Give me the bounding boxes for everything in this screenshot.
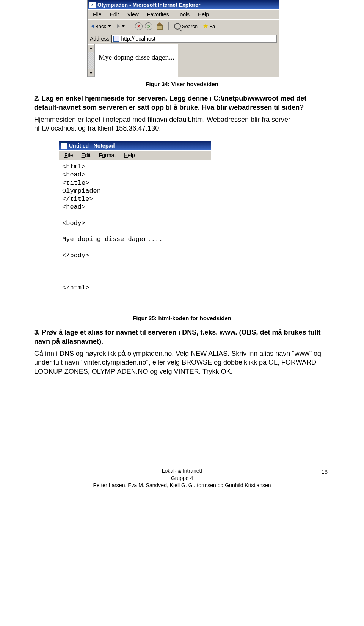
np-menu-help[interactable]: Help [120,151,139,159]
menu-tools[interactable]: Tools [173,11,193,18]
question-3-heading: 3. Prøv å lage et alias for navnet til s… [34,329,321,345]
answer-3: Gå inn i DNS og høyreklikk på olympiaden… [34,349,330,376]
figure-35-caption: Figur 35: html-koden for hovedsiden [34,315,330,321]
footer-line1: Lokal- & Intranett [34,467,330,475]
figure-34-caption: Figur 34: Viser hovedsiden [34,81,330,87]
ie-vertical-scrollbar[interactable] [88,44,95,77]
back-label: Back [95,24,106,29]
search-label: Search [182,24,198,29]
ie-toolbar: Back ✕ ⟳ Search ★ Fa [88,19,279,33]
notepad-window-screenshot: Untitled - Notepad File Edit Format Help… [59,141,211,311]
favorites-label: Fa [209,24,215,29]
page-icon [113,36,119,42]
address-field[interactable]: http://localhost [111,35,277,43]
search-icon [174,23,181,30]
menu-edit[interactable]: Edit [106,11,123,18]
page-body-text: Mye doping disse dager.... [99,53,174,61]
ie-titlebar: e Olympiaden - Microsoft Internet Explor… [88,0,279,9]
notepad-logo-icon [61,142,67,149]
back-button[interactable]: Back [90,23,113,30]
question-3: 3. Prøv å lage et alias for navnet til s… [34,328,330,346]
menu-view[interactable]: View [124,11,143,18]
question-2-heading: 2. Lag en enkel hjemmeside for serveren.… [34,94,306,111]
home-icon [156,23,163,29]
separator [131,22,131,30]
ie-page-content: Mye doping disse dager.... [95,44,178,77]
favorites-button[interactable]: ★ Fa [201,22,217,30]
np-menu-format[interactable]: Format [95,151,119,159]
question-2: 2. Lag en enkel hjemmeside for serveren.… [34,94,330,112]
address-label: Address [90,36,109,42]
dropdown-icon [122,25,125,27]
ie-window-screenshot: e Olympiaden - Microsoft Internet Explor… [87,0,279,77]
menu-favorites[interactable]: Favorites [143,11,173,18]
scroll-down-button[interactable] [88,69,94,77]
separator [168,22,169,30]
refresh-button[interactable]: ⟳ [145,22,152,30]
home-button[interactable] [155,22,165,30]
dropdown-icon [108,25,111,27]
notepad-title: Untitled - Notepad [69,143,115,149]
search-button[interactable]: Search [173,22,199,30]
answer-2: Hjemmesiden er laget i notepad med filna… [34,115,330,134]
notepad-content[interactable]: <html> <head> <title> Olympiaden </title… [59,160,211,311]
arrow-left-icon [91,24,94,28]
address-value: http://localhost [121,36,155,42]
ie-logo-icon: e [89,2,96,8]
menu-file[interactable]: File [89,11,105,18]
ie-menubar: File Edit View Favorites Tools Help [88,9,279,19]
notepad-titlebar: Untitled - Notepad [59,141,211,150]
menu-help[interactable]: Help [194,11,213,18]
arrow-right-icon [117,24,120,28]
np-menu-edit[interactable]: Edit [78,151,94,159]
page-footer: 18 Lokal- & Intranett Gruppe 4 Petter La… [34,467,330,489]
footer-line2: Gruppe 4 [34,475,330,482]
np-menu-file[interactable]: File [61,151,77,159]
notepad-menubar: File Edit Format Help [59,150,211,160]
star-icon: ★ [203,23,208,29]
ie-addressbar: Address http://localhost [88,33,279,44]
forward-button[interactable] [116,24,127,29]
ie-window-title: Olympiaden - Microsoft Internet Explorer [97,2,201,8]
stop-button[interactable]: ✕ [135,22,143,30]
scroll-up-button[interactable] [88,44,94,52]
footer-line3: Petter Larsen, Eva M. Sandved, Kjell G. … [34,482,330,489]
page-number: 18 [321,468,328,476]
